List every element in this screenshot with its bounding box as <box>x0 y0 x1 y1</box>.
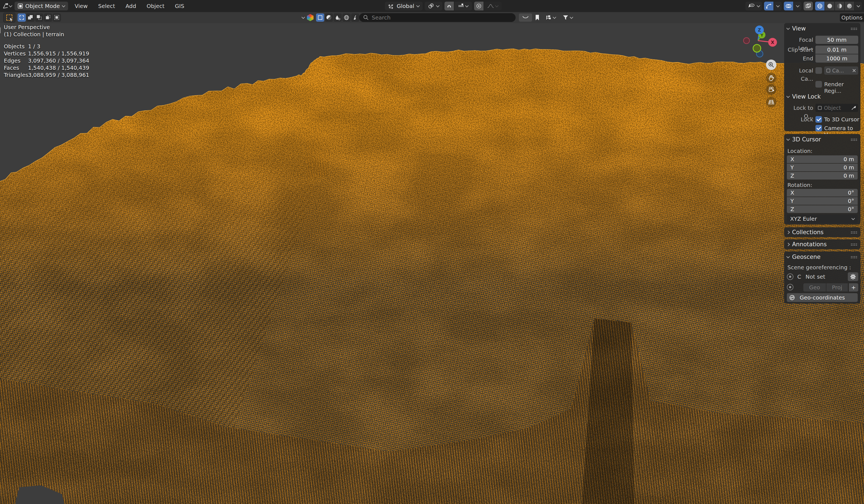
pivot-point-dropdown[interactable] <box>425 2 442 10</box>
eyedropper-icon[interactable] <box>851 106 856 110</box>
half-sphere-icon <box>326 15 332 20</box>
snap-target-dropdown[interactable] <box>454 2 472 10</box>
clip-start-field[interactable]: 0.01 m <box>815 46 858 54</box>
gizmo-axis-negx[interactable] <box>743 38 749 44</box>
panel-annotations-header[interactable]: Annotations <box>784 239 861 250</box>
shading-ball-button[interactable] <box>325 13 333 22</box>
viewport-3d-terrain[interactable] <box>0 0 864 504</box>
hand-icon <box>768 75 774 81</box>
focal-length-field[interactable]: 50 mm <box>815 36 858 44</box>
render-region-checkbox[interactable] <box>815 81 822 87</box>
menu-gis[interactable]: GIS <box>171 0 188 12</box>
options-label: Options <box>841 14 862 21</box>
gizmos-toggle[interactable] <box>764 2 773 10</box>
panel-grip-handle[interactable] <box>851 243 858 246</box>
recent-search-button[interactable] <box>519 13 532 22</box>
mode-dropdown[interactable]: Object Mode <box>14 2 68 10</box>
menu-add[interactable]: Add <box>122 0 140 12</box>
camera-icon <box>768 86 775 93</box>
basemap-select-button[interactable] <box>316 13 324 22</box>
snap-toggle[interactable] <box>444 2 454 10</box>
lock-label: Lock <box>785 115 813 123</box>
geo-coordinates-button[interactable]: Geo-coordinates <box>787 293 858 302</box>
shading-dropdown[interactable] <box>855 2 862 10</box>
geo-button[interactable]: Geo <box>803 283 826 291</box>
bookmark-button[interactable] <box>533 13 541 22</box>
shading-rendered-button[interactable] <box>845 2 854 10</box>
proj-button[interactable]: Proj <box>826 283 848 291</box>
options-button[interactable]: Options <box>840 13 864 22</box>
select-mode-set-button[interactable] <box>17 13 26 22</box>
transform-orientation-dropdown[interactable]: Global <box>385 2 422 10</box>
menu-select[interactable]: Select <box>94 0 119 12</box>
local-camera-checkbox[interactable] <box>815 67 822 74</box>
xray-toggle[interactable] <box>804 2 813 10</box>
gis-logo-button[interactable] <box>306 13 314 22</box>
crs-radio[interactable] <box>787 273 793 280</box>
rendered-sphere-icon <box>847 3 852 9</box>
search-input[interactable] <box>359 13 516 22</box>
panel-grip-handle[interactable] <box>851 27 858 30</box>
search-field[interactable] <box>359 13 516 22</box>
chevron-down-icon[interactable] <box>301 15 305 19</box>
panel-3d-cursor-header[interactable]: 3D Cursor <box>784 134 861 145</box>
stat-edges: Edges3,097,360 / 3,097,364 <box>4 57 89 64</box>
toolbar-expand-arrow[interactable] <box>0 27 1 33</box>
cursor-location-y-field[interactable]: Y0 m <box>787 164 858 171</box>
panel-collections-header[interactable]: Collections <box>784 227 861 238</box>
cursor-rotation-z-field[interactable]: Z0° <box>787 205 858 213</box>
view-perspective-label: User Perspective <box>4 24 89 31</box>
select-mode-subtract-button[interactable] <box>35 13 44 22</box>
menu-object[interactable]: Object <box>143 0 168 12</box>
panel-geoscene-header[interactable]: Geoscene <box>784 251 861 262</box>
proportional-falloff-dropdown[interactable] <box>484 2 502 10</box>
proportional-edit-toggle[interactable] <box>474 2 483 10</box>
panel-grip-handle[interactable] <box>851 139 858 141</box>
object-visibility-dropdown[interactable] <box>745 2 762 10</box>
panel-grip-handle[interactable] <box>851 256 858 258</box>
crs-settings-button[interactable] <box>848 272 858 281</box>
perspective-toggle-button[interactable] <box>766 97 777 107</box>
select-mode-intersect-button[interactable] <box>53 13 61 22</box>
select-mode-invert-button[interactable] <box>44 13 52 22</box>
proj-radio[interactable] <box>787 284 793 290</box>
paint-drop-button[interactable] <box>334 13 342 22</box>
lock-camera-to-view-checkbox[interactable] <box>815 125 822 132</box>
shading-material-button[interactable] <box>835 2 844 10</box>
navigation-gizmo[interactable]: Z Y X <box>739 24 780 61</box>
editor-type-icon <box>2 2 9 10</box>
cursor-rotation-y-field[interactable]: Y0° <box>787 197 858 205</box>
overlays-toggle[interactable] <box>784 2 793 10</box>
pan-button[interactable] <box>766 73 777 83</box>
camera-view-button[interactable] <box>766 84 777 95</box>
world-icon <box>789 295 795 301</box>
gizmos-dropdown[interactable] <box>774 2 782 10</box>
filter-dropdown[interactable] <box>560 13 575 22</box>
lock-to-3d-cursor-checkbox[interactable] <box>815 116 822 123</box>
globe-button[interactable] <box>343 13 351 22</box>
menu-view[interactable]: View <box>71 0 92 12</box>
cleanup-button[interactable] <box>351 13 359 22</box>
shading-wireframe-button[interactable] <box>815 2 825 10</box>
zoom-button[interactable] <box>766 60 777 70</box>
gizmo-axis-negy[interactable] <box>753 45 761 52</box>
panel-view-lock-header[interactable]: View Lock <box>784 91 861 102</box>
editor-type-button[interactable] <box>2 2 12 10</box>
cursor-location-x-field[interactable]: X0 m <box>787 155 858 163</box>
cursor-rotation-x-field[interactable]: X0° <box>787 189 858 196</box>
rotation-mode-dropdown[interactable]: XYZ Euler <box>787 215 858 223</box>
lock-to-object-field[interactable]: Object <box>815 104 858 112</box>
cursor-location-z-field[interactable]: Z0 m <box>787 172 858 180</box>
overlays-dropdown[interactable] <box>794 2 801 10</box>
gizmo-z-label: Z <box>758 27 761 33</box>
active-tool-tweak-button[interactable] <box>3 13 15 23</box>
display-mode-dropdown[interactable] <box>542 13 559 22</box>
add-crs-button[interactable]: + <box>849 283 858 291</box>
clear-icon[interactable] <box>852 69 856 72</box>
shading-solid-button[interactable] <box>825 2 835 10</box>
select-mode-extend-button[interactable] <box>26 13 35 22</box>
panel-grip-handle[interactable] <box>851 231 858 233</box>
clip-end-field[interactable]: 1000 m <box>815 55 858 63</box>
local-camera-field[interactable]: Ca... <box>824 67 858 75</box>
panel-view-header[interactable]: View <box>784 23 861 34</box>
